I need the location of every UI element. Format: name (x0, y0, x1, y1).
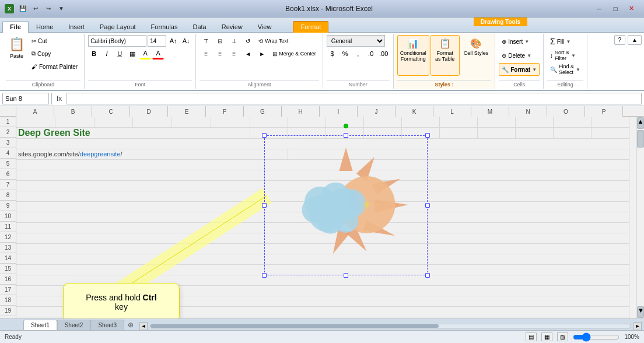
font-size-increase-btn[interactable]: A↑ (167, 35, 179, 47)
col-header-p[interactable]: P (585, 106, 623, 117)
cell-n1[interactable] (515, 117, 553, 127)
cell-g1[interactable] (250, 117, 288, 127)
handle-bot-left[interactable] (262, 273, 267, 278)
cell-l1[interactable] (439, 117, 477, 127)
row-header-9[interactable]: 9 (0, 201, 16, 211)
decimal-dec-btn[interactable]: .00 (378, 48, 390, 60)
col-header-d[interactable]: D (130, 106, 168, 117)
save-quick-btn[interactable]: 💾 (18, 4, 28, 13)
font-size-input[interactable] (148, 35, 166, 47)
handle-top-left[interactable] (262, 133, 267, 138)
col-header-c[interactable]: C (92, 106, 130, 117)
align-middle-btn[interactable]: ⊟ (214, 35, 226, 47)
col-header-g[interactable]: G (244, 106, 282, 117)
row-header-7[interactable]: 7 (0, 180, 16, 190)
cell-o1[interactable] (553, 117, 591, 127)
indent-inc-btn[interactable]: ► (256, 48, 268, 60)
delete-cells-button[interactable]: ⊖ Delete ▼ (499, 49, 540, 62)
indent-dec-btn[interactable]: ◄ (242, 48, 254, 60)
cell-h1[interactable] (288, 117, 326, 127)
comma-btn[interactable]: , (352, 48, 364, 60)
col-header-f[interactable]: F (206, 106, 244, 117)
percent-btn[interactable]: % (340, 48, 351, 60)
drawing-container[interactable] (264, 135, 428, 275)
font-size-decrease-btn[interactable]: A↓ (180, 35, 192, 47)
align-bottom-btn[interactable]: ⊥ (228, 35, 240, 47)
scrollbar-thumb[interactable] (637, 130, 644, 148)
minimize-button[interactable]: ─ (592, 3, 607, 15)
cell-k1[interactable] (401, 117, 439, 127)
decimal-inc-btn[interactable]: .0 (365, 48, 377, 60)
row-header-12[interactable]: 12 (0, 232, 16, 243)
close-button[interactable]: ✕ (624, 3, 639, 15)
tab-file[interactable]: File (2, 21, 29, 33)
tab-data[interactable]: Data (185, 21, 214, 33)
cell-a1[interactable] (16, 117, 55, 127)
cell-o2[interactable] (553, 127, 591, 138)
undo-quick-btn[interactable]: ↩ (30, 4, 41, 13)
normal-view-btn[interactable]: ▤ (526, 332, 537, 341)
row-header-3[interactable]: 3 (0, 138, 16, 148)
row-header-4[interactable]: 4 (0, 148, 16, 159)
tab-format[interactable]: Format (293, 21, 328, 33)
row-header-14[interactable]: 14 (0, 253, 16, 264)
row-header-11[interactable]: 11 (0, 222, 16, 232)
help-button[interactable]: ? (614, 35, 626, 45)
page-layout-view-btn[interactable]: ▦ (541, 332, 552, 341)
tab-home[interactable]: Home (29, 21, 61, 33)
col-header-m[interactable]: M (471, 106, 509, 117)
col-header-e[interactable]: E (168, 106, 206, 117)
handle-top-center[interactable] (344, 133, 348, 138)
tab-view[interactable]: View (250, 21, 279, 33)
col-header-h[interactable]: H (282, 106, 320, 117)
row-header-20[interactable]: 20 (0, 316, 16, 318)
find-select-button[interactable]: 🔍 Find & Select ▼ (547, 63, 583, 76)
sheet-tab-sheet3[interactable]: Sheet3 (90, 320, 124, 330)
hscroll-right-btn[interactable]: ► (634, 322, 642, 330)
format-table-button[interactable]: 📋 Format as Table (430, 35, 460, 76)
formula-input[interactable] (66, 93, 642, 104)
wrap-text-button[interactable]: ⟲ Wrap Text (256, 35, 291, 47)
cell-l2[interactable] (439, 127, 477, 138)
handle-mid-left[interactable] (262, 203, 267, 208)
handle-top-right[interactable] (425, 133, 430, 138)
tab-formulas[interactable]: Formulas (144, 21, 186, 33)
cell-a2[interactable]: Deep Green Site (16, 127, 250, 138)
hscroll-left-btn[interactable]: ◄ (139, 322, 148, 330)
bold-button[interactable]: B (88, 48, 100, 60)
align-center-btn[interactable]: ≡ (214, 48, 226, 60)
borders-button[interactable]: ▦ (127, 48, 138, 60)
name-box[interactable] (2, 93, 49, 104)
col-header-b[interactable]: B (54, 106, 92, 117)
row-header-17[interactable]: 17 (0, 285, 16, 295)
redo-quick-btn[interactable]: ↪ (43, 4, 54, 13)
ribbon-minimize-button[interactable]: ▲ (628, 35, 642, 45)
row-header-19[interactable]: 19 (0, 306, 16, 316)
cell-styles-button[interactable]: 🎨 Cell Styles (461, 35, 492, 76)
cut-button[interactable]: ✂ Cut (29, 35, 80, 47)
font-name-input[interactable] (88, 35, 146, 47)
copy-button[interactable]: ⧉ Copy (29, 48, 80, 60)
row-header-10[interactable]: 10 (0, 211, 16, 222)
align-top-btn[interactable]: ⊤ (200, 35, 212, 47)
col-header-j[interactable]: J (358, 106, 396, 117)
format-cells-button[interactable]: 🔧 Format ▼ (499, 63, 540, 76)
col-header-a[interactable]: A (16, 106, 54, 117)
rotate-handle[interactable] (344, 124, 348, 128)
maximize-button[interactable]: □ (608, 3, 623, 15)
row-header-8[interactable]: 8 (0, 190, 16, 201)
row-header-16[interactable]: 16 (0, 274, 16, 285)
sheet-tab-sheet2[interactable]: Sheet2 (57, 320, 91, 330)
col-header-k[interactable]: K (396, 106, 433, 117)
col-header-l[interactable]: L (433, 106, 471, 117)
row-header-15[interactable]: 15 (0, 264, 16, 274)
align-right-btn[interactable]: ≡ (228, 48, 240, 60)
cell-n2[interactable] (515, 127, 553, 138)
scrollbar-up-arrow[interactable]: ▲ (637, 117, 644, 129)
row-header-1[interactable]: 1 (0, 117, 16, 127)
cell-f1[interactable] (211, 117, 250, 127)
tab-insert[interactable]: Insert (61, 21, 92, 33)
sheet-tab-sheet1[interactable]: Sheet1 (23, 320, 57, 330)
row-header-5[interactable]: 5 (0, 159, 16, 169)
row-header-13[interactable]: 13 (0, 243, 16, 253)
